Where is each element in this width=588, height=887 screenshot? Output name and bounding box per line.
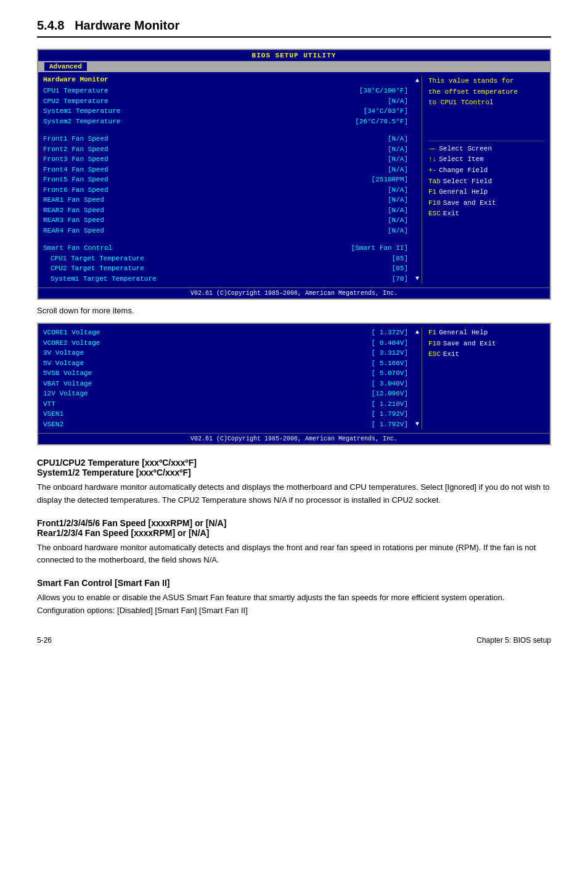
- doc-text-0: The onboard hardware monitor automatical…: [37, 481, 551, 507]
- bios-key-help-row: F1General Help: [428, 187, 545, 198]
- scroll2-up-arrow: ▲: [415, 329, 419, 336]
- scroll-down-arrow: ▼: [415, 275, 419, 283]
- bios-voltage-row: VSEN2[ 1.792V]: [43, 419, 408, 430]
- page-number: 5-26: [37, 636, 52, 645]
- bios-temp-row: System2 Temperature[26°C/78.5°F]: [43, 117, 408, 127]
- bios-key-help-row: ESCExit: [428, 208, 545, 220]
- bios-fan-row: Front6 Fan Speed[N/A]: [43, 185, 408, 196]
- bios-smart-fan-row: CPU1 Target Temperature[85]: [43, 254, 408, 264]
- bios-voltage-row: VCORE1 Voltage[ 1.372V]: [43, 328, 408, 338]
- bios-voltage-row: 5VSB Voltage[ 5.070V]: [43, 368, 408, 379]
- bios-fan-row: Front4 Fan Speed[N/A]: [43, 165, 408, 175]
- bios-fan-row: REAR2 Fan Speed[N/A]: [43, 205, 408, 216]
- bios-right-panel-1: This value stands forthe offset temperat…: [422, 76, 545, 284]
- bios-temp-row: CPU2 Temperature[N/A]: [43, 96, 408, 107]
- bios2-key-help-row: F10Save and Exit: [428, 339, 545, 350]
- bios-screen-2: VCORE1 Voltage[ 1.372V]VCORE2 Voltage[ 0…: [37, 323, 551, 445]
- doc-sections: CPU1/CPU2 Temperature [xxxºC/xxxºF] Syst…: [37, 458, 551, 617]
- bios-left-panel: Hardware Monitor CPU1 Temperature[38°C/1…: [43, 76, 413, 284]
- bios-smart-fan-rows: Smart Fan Control[Smart Fan II] CPU1 Tar…: [43, 243, 408, 284]
- bios-fan-row: REAR4 Fan Speed[N/A]: [43, 226, 408, 236]
- scroll-note: Scroll down for more items.: [37, 306, 551, 315]
- bios-voltage-row: VCORE2 Voltage[ 0.404V]: [43, 338, 408, 349]
- bios-fan-row: Front2 Fan Speed[N/A]: [43, 144, 408, 155]
- bios-key-help-row: ↑↓Select Item: [428, 154, 545, 165]
- doc-heading-0: CPU1/CPU2 Temperature [xxxºC/xxxºF] Syst…: [37, 458, 551, 477]
- doc-heading-1: Front1/2/3/4/5/6 Fan Speed [xxxxRPM] or …: [37, 518, 551, 538]
- bios-voltage-row: 12V Voltage[12.096V]: [43, 389, 408, 399]
- bios-voltage-row: VBAT Voltage[ 3.040V]: [43, 379, 408, 389]
- bios-key-help-row: TabSelect Field: [428, 176, 545, 188]
- bios-fan-row: REAR3 Fan Speed[N/A]: [43, 215, 408, 226]
- doc-text-2: Allows you to enable or disable the ASUS…: [37, 592, 551, 617]
- bios2-key-help-row: ESCExit: [428, 349, 545, 360]
- chapter-ref: Chapter 5: BIOS setup: [476, 636, 551, 645]
- bios-key-help: →←Select Screen↑↓Select Item+-Change Fie…: [428, 144, 545, 220]
- scroll2-down-arrow: ▼: [415, 421, 419, 428]
- bios2-key-help-row: F1General Help: [428, 328, 545, 339]
- bios-fan-rows: Front1 Fan Speed[N/A]Front2 Fan Speed[N/…: [43, 134, 408, 236]
- doc-section-2: Smart Fan Control [Smart Fan II]Allows y…: [37, 578, 551, 617]
- bios-scrollbar-2: ▲ ▼: [413, 328, 422, 429]
- bios-temp-rows: CPU1 Temperature[38°C/100°F]CPU2 Tempera…: [43, 86, 408, 126]
- bios-title-bar: BIOS SETUP UTILITY: [38, 50, 550, 61]
- bios2-left-panel: VCORE1 Voltage[ 1.372V]VCORE2 Voltage[ 0…: [43, 328, 413, 429]
- bios-key-help-row: F10Save and Exit: [428, 198, 545, 209]
- bios-fan-row: REAR1 Fan Speed[N/A]: [43, 195, 408, 205]
- doc-section-0: CPU1/CPU2 Temperature [xxxºC/xxxºF] Syst…: [37, 458, 551, 507]
- bios-fan-row: Front5 Fan Speed[2518RPM]: [43, 175, 408, 185]
- bios-temp-row: System1 Temperature[34°C/93°F]: [43, 106, 408, 117]
- bios-voltage-row: VSEN1[ 1.792V]: [43, 409, 408, 419]
- scroll-up-arrow: ▲: [415, 77, 419, 85]
- bios-footer-2: V02.61 (C)Copyright 1985-2006, American …: [38, 433, 550, 444]
- bios-smart-fan-row: CPU2 Target Temperature[85]: [43, 263, 408, 274]
- bios-footer-1: V02.61 (C)Copyright 1985-2006, American …: [38, 287, 550, 299]
- bios-key-help-row: →←Select Screen: [428, 144, 545, 155]
- bios-menu-advanced[interactable]: Advanced: [44, 62, 87, 71]
- bios-voltage-row: 3V Voltage[ 3.312V]: [43, 348, 408, 358]
- bios-right-panel-2: F1General HelpF10Save and ExitESCExit: [422, 328, 545, 429]
- bios-section-label: Hardware Monitor: [43, 76, 408, 83]
- doc-section-1: Front1/2/3/4/5/6 Fan Speed [xxxxRPM] or …: [37, 518, 551, 567]
- bios-fan-row: Front3 Fan Speed[N/A]: [43, 154, 408, 165]
- bios2-voltage-rows: VCORE1 Voltage[ 1.372V]VCORE2 Voltage[ 0…: [43, 328, 408, 429]
- bios-screen-1: BIOS SETUP UTILITY Advanced Hardware Mon…: [37, 49, 551, 300]
- bios-temp-row: CPU1 Temperature[38°C/100°F]: [43, 86, 408, 96]
- doc-heading-2: Smart Fan Control [Smart Fan II]: [37, 578, 551, 588]
- bios-voltage-row: 5V Voltage[ 5.166V]: [43, 358, 408, 369]
- bios-fan-row: Front1 Fan Speed[N/A]: [43, 134, 408, 144]
- section-title: 5.4.8 Hardware Monitor: [37, 19, 551, 38]
- bios-scrollbar-1: ▲ ▼: [413, 76, 422, 284]
- bios-key-help-row: +-Change Field: [428, 165, 545, 176]
- bios-help-text: This value stands forthe offset temperat…: [428, 76, 545, 109]
- bios-voltage-row: VTT[ 1.210V]: [43, 399, 408, 410]
- bios-smart-fan-row: System1 Target Temperature[70]: [43, 274, 408, 284]
- bios2-key-help: F1General HelpF10Save and ExitESCExit: [428, 328, 545, 360]
- doc-text-1: The onboard hardware monitor automatical…: [37, 542, 551, 567]
- bios-smart-fan-row: Smart Fan Control[Smart Fan II]: [43, 243, 408, 254]
- page-footer: 5-26 Chapter 5: BIOS setup: [37, 636, 551, 645]
- bios-menu-bar: Advanced: [38, 61, 550, 72]
